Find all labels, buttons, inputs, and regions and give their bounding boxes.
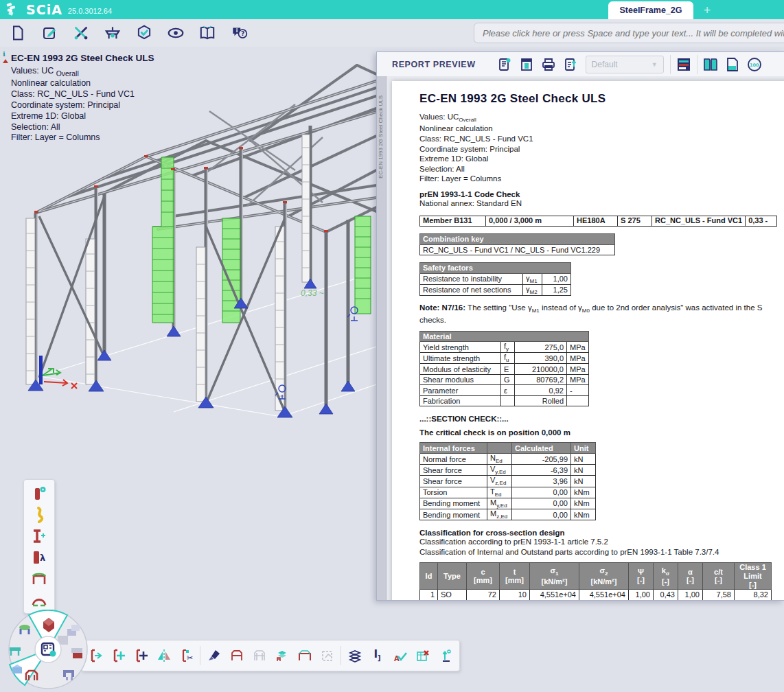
connect-members-icon[interactable] — [108, 644, 129, 667]
view-icon[interactable] — [162, 22, 189, 44]
export-report-icon[interactable] — [560, 55, 581, 74]
note-text: The setting "Use γM1 instead of γM0 due … — [468, 303, 762, 312]
combination-key-table: Combination key RC_NC_ULS - Fund VC1 / N… — [419, 233, 615, 255]
portal-frame-icon[interactable] — [294, 644, 315, 667]
new-report-icon[interactable] — [494, 55, 516, 74]
note-paragraph: Note: N7/16: The setting "Use γM1 instea… — [419, 303, 784, 325]
column-header: Internal forces — [420, 443, 487, 454]
project-settings-icon[interactable] — [99, 22, 126, 44]
text-line: Coordinate system: Principal — [419, 144, 784, 154]
table-cell: 210000,0 — [515, 364, 567, 375]
text-line: Class: RC_NC_ULS - Fund VC1 — [419, 134, 784, 144]
table-cell: NEd — [487, 453, 512, 464]
combination-key-header: Combination key — [420, 234, 615, 245]
table-cell: 72 — [467, 590, 500, 600]
help-icon[interactable]: i? — [225, 22, 253, 44]
table-cell: MPa — [567, 374, 589, 385]
table-cell: 0,92 — [515, 385, 567, 396]
text-line: Class: RC_NC_ULS - Fund VC1 — [11, 89, 154, 100]
columns — [36, 126, 348, 415]
column-header: σ2[kN/m²] — [579, 563, 629, 590]
column-header: Ψ[-] — [629, 563, 654, 590]
catalog-blocks-icon[interactable] — [271, 644, 292, 667]
svg-text:100: 100 — [750, 62, 759, 68]
cross-section-icon[interactable] — [27, 525, 51, 546]
member-settings-icon[interactable] — [27, 483, 51, 504]
table-cell: 1 — [420, 590, 438, 600]
table-cell: -6,39 — [512, 465, 571, 476]
column-header: Unit — [571, 443, 596, 454]
member-table: Member B1310,000 / 3,000 mHE180AS 275RC_… — [419, 216, 777, 227]
command-input[interactable] — [474, 23, 784, 43]
report-nav-strip[interactable]: EC-EN 1993 2G Steel Check ULS — [377, 76, 387, 600]
table-cell: 8,32 — [735, 590, 772, 600]
new-project-icon[interactable] — [4, 22, 32, 44]
table-cell: 1,00 — [678, 590, 703, 600]
report-canvas[interactable]: EC-EN 1993 2G Steel Check ULS Values: UC… — [387, 76, 784, 600]
text-line: Extreme 1D: Global — [11, 111, 154, 122]
layers-icon[interactable] — [344, 644, 365, 667]
delete-table-icon[interactable] — [412, 644, 433, 667]
safety-factors-header: Safety factors — [420, 263, 571, 274]
code-check-heading: prEN 1993-1-1 Code Check — [419, 190, 784, 198]
one-page-view-icon[interactable] — [722, 55, 743, 74]
table-cell: 3,96 — [512, 476, 571, 487]
table-cell: γM2 — [523, 284, 542, 295]
project-tab[interactable]: SteelFrame_2G — [608, 1, 693, 19]
table-cell: Resistance to instability — [420, 273, 523, 284]
table-cell: Fabrication — [420, 395, 501, 406]
buckling-lambda-icon[interactable]: λ — [27, 546, 51, 568]
two-page-view-icon[interactable] — [700, 55, 722, 74]
mirror-icon[interactable] — [153, 644, 174, 667]
deformed-shape-icon[interactable] — [27, 504, 51, 525]
region-icon[interactable] — [316, 644, 338, 667]
insert-report-icon[interactable] — [516, 55, 538, 74]
table-cell: Mz,Ed — [487, 509, 512, 520]
libraries-icon[interactable] — [194, 22, 221, 44]
join-members-icon[interactable] — [130, 644, 152, 667]
table-cell: TEd — [487, 487, 512, 498]
toc-icon[interactable] — [673, 55, 695, 74]
text-line: Selection: All — [419, 164, 784, 174]
rename-icon[interactable]: I] — [367, 644, 388, 667]
internal-forces-body: Normal forceNEd-205,99kNShear forceVy,Ed… — [420, 453, 596, 520]
frame-icon[interactable] — [226, 644, 247, 667]
wheel-results-icon[interactable] — [71, 648, 82, 658]
report-panel-title: REPORT PREVIEW — [392, 60, 476, 69]
tools-icon[interactable] — [67, 22, 95, 44]
dimension-line-icon[interactable] — [435, 644, 456, 667]
text-line: Classification of Internal and Outstand … — [419, 547, 784, 557]
frame-disabled-icon[interactable] — [249, 644, 270, 667]
app-version: 25.0.3012.64 — [68, 7, 112, 15]
new-tab-button[interactable]: + — [699, 3, 715, 18]
svg-text:i: i — [236, 27, 238, 34]
table-cell: ε — [501, 385, 515, 396]
chevron-down-icon: ▼ — [652, 61, 658, 68]
table-cell: kNm — [571, 498, 596, 509]
table-cell: MPa — [567, 342, 589, 353]
report-template-select[interactable]: Default ▼ — [586, 56, 664, 73]
text-line: Filter: Layer = Columns — [11, 132, 154, 143]
table-cell: Vy,Ed — [487, 465, 512, 476]
arched-frame-icon[interactable] — [27, 589, 51, 610]
table-row: Shear modulusG80769,2MPa — [420, 374, 589, 385]
paintbrush-icon[interactable] — [203, 644, 224, 667]
table-cell: 7,58 — [703, 590, 735, 600]
table-cell: 4,551e+04 — [530, 590, 579, 600]
workstation-wheel-menu[interactable] — [0, 610, 103, 692]
text-line: Selection: All — [11, 122, 154, 133]
print-icon[interactable] — [538, 55, 560, 74]
edit-project-icon[interactable] — [36, 22, 63, 44]
zoom-100-icon[interactable]: 100 — [743, 55, 765, 74]
trim-icon[interactable]: ✂ — [176, 644, 197, 667]
table-cell: 390,0 — [515, 353, 567, 364]
table-cell: Torsion — [420, 487, 487, 498]
table-cell: 0,00 — [512, 498, 571, 509]
column-header: c/t[-] — [703, 563, 735, 590]
material-table: Material Yield strengthfy275,0MPaUltimat… — [419, 331, 589, 407]
table-cell: Resistance of net sections — [420, 284, 523, 295]
check-input-icon[interactable]: A — [389, 644, 411, 667]
calculate-check-icon[interactable] — [130, 22, 158, 44]
load-panel-icon[interactable] — [27, 568, 51, 589]
title-bar: SCiA 25.0.3012.64 SteelFrame_2G + — [0, 0, 784, 19]
